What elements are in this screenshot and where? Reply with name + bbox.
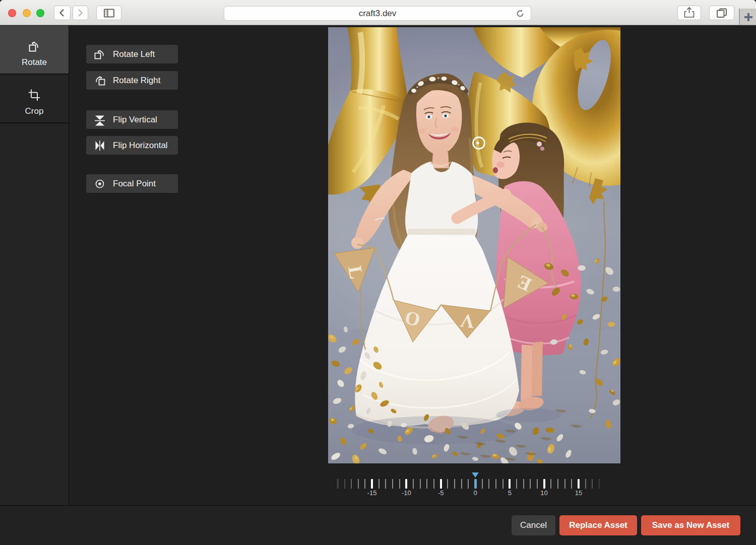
svg-text:V: V bbox=[459, 310, 476, 332]
